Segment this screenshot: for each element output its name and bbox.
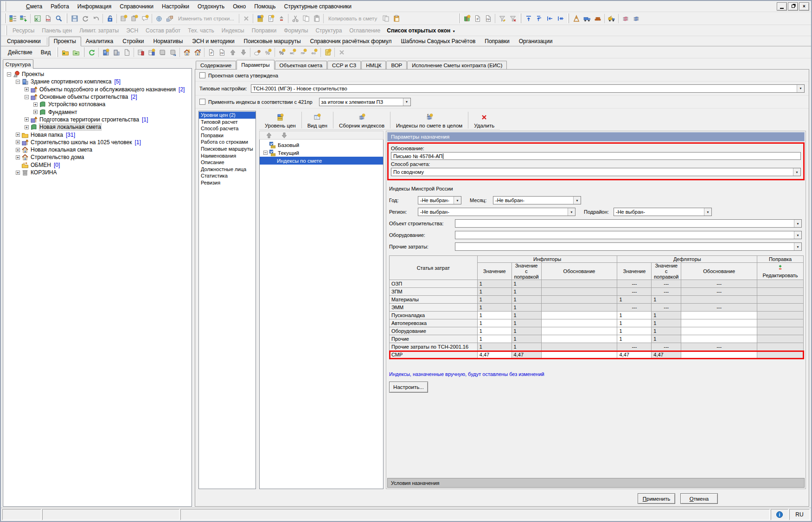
expand-icon[interactable]: +: [33, 102, 38, 107]
detail-tab[interactable]: Параметры: [237, 60, 274, 70]
pdf-icon[interactable]: PDF: [43, 13, 53, 24]
books-pink-icon[interactable]: [620, 13, 631, 24]
collapse-icon[interactable]: −: [16, 80, 20, 84]
tab-structure[interactable]: Структура: [3, 59, 33, 69]
copy-icon[interactable]: [301, 13, 311, 24]
table-row[interactable]: ЭММ11 ---------: [390, 304, 804, 312]
chevron-down-icon[interactable]: ▼: [573, 197, 581, 204]
price-view-icon[interactable]: [312, 112, 323, 122]
month-combo[interactable]: -Не выбран-▼: [493, 196, 581, 204]
move-down-icon[interactable]: [279, 130, 289, 140]
expand-icon[interactable]: +: [25, 125, 29, 129]
restore-button[interactable]: [788, 2, 798, 11]
refresh-icon[interactable]: [80, 13, 90, 24]
apply-421-checkbox[interactable]: [199, 99, 205, 105]
chevron-down-icon[interactable]: ▼: [403, 98, 410, 106]
cancel-button[interactable]: Отмена: [680, 493, 718, 504]
note-icon[interactable]: [322, 47, 333, 57]
workspace-tab[interactable]: Справочник расчётных формул: [306, 37, 396, 46]
save-icon[interactable]: [69, 13, 80, 24]
table-row[interactable]: ОЗП11 ---------: [390, 280, 804, 288]
doc-pr-icon[interactable]: ПР: [217, 47, 227, 57]
equipment-combo[interactable]: ▼: [455, 231, 802, 239]
chevron-down-icon[interactable]: ▼: [794, 231, 801, 239]
justification-input[interactable]: Письмо № 45784-АП: [391, 152, 801, 160]
toolbar-grip[interactable]: [458, 13, 460, 23]
typical-settings-combo[interactable]: ТСН-2001 (МГЭ) - Новое строительство ▼: [251, 84, 805, 93]
house-move-icon[interactable]: [192, 47, 203, 57]
menubar-grip[interactable]: [5, 1, 6, 11]
table-cell[interactable]: 1: [617, 335, 652, 343]
tree-node[interactable]: +Строительство дома: [4, 153, 192, 161]
index-collection-icon[interactable]: [356, 112, 367, 122]
toolbar-grip[interactable]: [57, 47, 58, 57]
menu-item[interactable]: Отдохнуть: [193, 2, 229, 11]
detail-tab[interactable]: Содержание: [196, 61, 236, 69]
comment-icon[interactable]: [140, 13, 150, 24]
ledger-icon[interactable]: [255, 13, 265, 24]
toolbar-grip[interactable]: [4, 13, 6, 23]
compass-icon[interactable]: [571, 13, 582, 24]
mc-icon[interactable]: МС: [287, 47, 298, 57]
table-cell[interactable]: [681, 312, 757, 319]
settings-section[interactable]: Уровни цен (2): [199, 112, 256, 119]
chevron-down-icon[interactable]: ▼: [797, 85, 804, 92]
panel-toggle[interactable]: Тех. часть: [184, 27, 217, 34]
percent-icon[interactable]: %: [276, 47, 287, 57]
toolbar-grip[interactable]: [66, 13, 67, 23]
resource-icon[interactable]: [252, 47, 262, 57]
table-row[interactable]: Прочие11 11: [390, 335, 804, 343]
workspace-tab[interactable]: Организации: [514, 37, 557, 46]
tree-add-icon[interactable]: [18, 13, 29, 24]
tree-node[interactable]: +КОРЗИНА: [4, 169, 192, 176]
table-cell[interactable]: [541, 327, 617, 335]
toolbar-grip[interactable]: [520, 13, 521, 23]
unlock-icon[interactable]: [104, 13, 115, 24]
table-cell[interactable]: 1: [477, 312, 511, 319]
price-level-node[interactable]: Индексы по смете: [260, 157, 383, 165]
price-level-node[interactable]: Базовый: [260, 141, 383, 149]
language-indicator[interactable]: RU: [789, 509, 810, 520]
toolbar-text-button[interactable]: Копировать в смету: [325, 16, 380, 21]
filter-edit-icon[interactable]: [497, 13, 507, 24]
truck-crane-icon[interactable]: [606, 13, 617, 24]
page-gray-icon[interactable]: [121, 47, 132, 57]
menu-item[interactable]: Структурные справочники: [280, 2, 356, 11]
folder-up-icon[interactable]: [60, 47, 70, 57]
panel-toggle[interactable]: Лимит. затраты: [76, 27, 122, 34]
workspace-tab[interactable]: Аналитика: [81, 37, 118, 46]
table-cell[interactable]: 1: [617, 319, 652, 327]
chevron-down-icon[interactable]: ▼: [704, 208, 711, 216]
expand-icon[interactable]: +: [16, 133, 20, 137]
page-edit-icon[interactable]: [265, 13, 276, 24]
assignment-conditions-header[interactable]: Условия назначения: [387, 478, 805, 488]
settings-section[interactable]: Работа со строками: [199, 139, 256, 146]
minimize-button[interactable]: [777, 2, 787, 11]
expand-icon[interactable]: +: [33, 110, 38, 114]
workspace-tab[interactable]: Поправки: [480, 37, 514, 46]
panel-toggle[interactable]: Индексы: [218, 27, 248, 34]
tree-node[interactable]: −Здание спортивного комплекса[5]: [4, 78, 192, 85]
settings-section[interactable]: Статистика: [199, 172, 256, 179]
undo-icon[interactable]: [90, 13, 101, 24]
workspace-tab[interactable]: Стройки: [118, 37, 148, 46]
detail-tab[interactable]: ВОР: [386, 61, 407, 69]
replace-resource-icon[interactable]: [164, 13, 175, 24]
expand-icon[interactable]: +: [16, 140, 20, 144]
table-cell[interactable]: 1: [477, 319, 511, 327]
building-gray-icon[interactable]: [111, 47, 121, 57]
tree-node[interactable]: ОБМЕН[0]: [4, 161, 192, 169]
table-row[interactable]: Автоперевозка11 11: [390, 319, 804, 327]
toolbar-button[interactable]: Удалить: [468, 111, 500, 129]
table-cell[interactable]: [681, 319, 757, 327]
menu-item[interactable]: Действие: [4, 48, 37, 57]
indent-up-icon[interactable]: [534, 13, 544, 24]
toolbar-grip[interactable]: [83, 47, 84, 57]
pr-icon[interactable]: ПР: [298, 47, 308, 57]
delete-gray-icon[interactable]: [336, 47, 347, 57]
arrow-down-icon[interactable]: [238, 47, 249, 57]
menu-item[interactable]: Информация: [73, 2, 115, 11]
table-cell[interactable]: [541, 319, 617, 327]
tree-node[interactable]: +Фундамент: [4, 108, 192, 115]
collapse-icon[interactable]: −: [25, 95, 29, 99]
